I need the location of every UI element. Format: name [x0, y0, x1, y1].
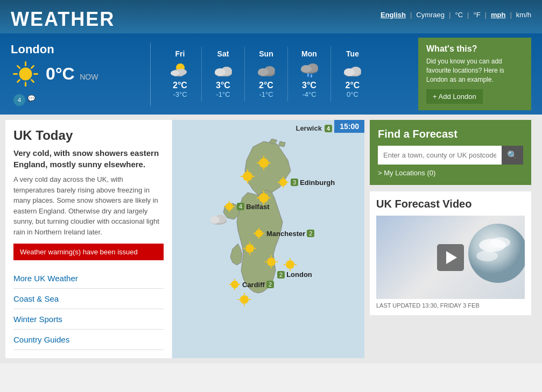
current-weather-icon	[11, 59, 40, 89]
speed-mph[interactable]: mph	[491, 11, 505, 19]
lo-temp-fri: -3°C	[173, 90, 187, 98]
svg-rect-22	[307, 73, 309, 77]
svg-line-6	[18, 80, 20, 82]
lo-temp-sun: -1°C	[259, 90, 273, 98]
lang-welsh[interactable]: Cymraeg	[416, 11, 445, 19]
day-label-mon: Mon	[301, 49, 317, 58]
coast-sea-link[interactable]: Coast & Sea	[13, 289, 164, 309]
time-display: 15:00	[334, 120, 364, 133]
forecast-icon-tue	[343, 61, 362, 78]
notification-badge[interactable]: 4	[13, 94, 25, 106]
london-label: 2 London	[277, 270, 312, 279]
forecast-day-sat[interactable]: Sat 3°C -1°C	[202, 47, 245, 101]
svg-point-62	[267, 258, 276, 266]
uk-map	[188, 136, 361, 351]
country-guides-link[interactable]: Country Guides	[13, 330, 164, 350]
svg-line-5	[32, 66, 34, 68]
svg-point-15	[215, 68, 226, 76]
forecast-search-button[interactable]: 🔍	[502, 146, 523, 165]
current-temp: 0°C	[46, 64, 75, 83]
nav-links: More UK Weather Coast & Sea Winter Sport…	[13, 268, 164, 350]
lo-temp-tue: 0°C	[347, 90, 358, 98]
forecast-day-mon[interactable]: Mon 3°C -4°C	[288, 47, 331, 101]
day-label-sun: Sun	[259, 49, 273, 58]
svg-point-72	[231, 281, 238, 288]
hi-temp-sun: 2°C	[259, 81, 273, 90]
forecast-video-title: UK Forecast Video	[376, 198, 525, 210]
now-label: NOW	[80, 73, 98, 81]
forecast-search-input[interactable]	[378, 146, 502, 165]
svg-line-4	[18, 66, 20, 68]
forecast-day-sun[interactable]: Sun 2°C -1°C	[245, 47, 288, 101]
svg-point-8	[19, 67, 32, 80]
manchester-label: Manchester 2	[253, 227, 314, 239]
temp-celsius[interactable]: °C	[455, 11, 463, 19]
svg-point-27	[279, 179, 287, 186]
forecast-day-fri[interactable]: Fri 2°C -3°C	[159, 47, 202, 101]
hi-temp-tue: 2°C	[346, 81, 360, 90]
svg-point-42	[243, 172, 252, 181]
whats-this-box: What's this? Did you know you can add fa…	[418, 38, 531, 110]
lang-english[interactable]: English	[381, 11, 406, 19]
forecast-icon-mon	[300, 61, 319, 78]
svg-point-84	[210, 216, 220, 224]
lerwick-label: Lerwick 4	[295, 124, 332, 132]
add-london-button[interactable]: + Add London	[426, 89, 483, 104]
current-location: London	[11, 42, 139, 56]
winter-sports-link[interactable]: Winter Sports	[13, 309, 164, 330]
video-caption: LAST UPDATED 13:30, FRIDAY 3 FEB	[376, 302, 525, 309]
map-sun-2	[240, 168, 256, 184]
forecast-icon-sat	[214, 61, 233, 78]
day-label-sat: Sat	[217, 49, 229, 58]
svg-point-12	[171, 70, 179, 76]
video-thumbnail[interactable]	[376, 216, 525, 299]
svg-point-52	[255, 230, 263, 237]
hi-temp-mon: 3°C	[302, 81, 316, 90]
svg-point-67	[286, 260, 294, 269]
find-forecast-box: Find a Forecast 🔍 > My Locations (0)	[370, 120, 531, 185]
forecast-icon-sun	[257, 61, 276, 78]
day-label-tue: Tue	[346, 49, 359, 58]
svg-rect-23	[311, 74, 312, 77]
map-cloud-1	[209, 211, 228, 225]
notification-icon: 💬	[27, 95, 36, 102]
map-sun-1	[256, 155, 272, 171]
forecast-day-tue[interactable]: Tue 2°C 0°C	[331, 47, 374, 101]
speed-kmh[interactable]: km/h	[516, 11, 531, 19]
forecast-days-container: Fri 2°C -3°C Sat	[151, 47, 418, 101]
svg-point-26	[344, 68, 355, 76]
page-title: WEATHER	[11, 8, 115, 31]
lo-temp-sat: -1°C	[216, 90, 230, 98]
edinburgh-label: 3 Edinburgh	[277, 176, 335, 188]
hi-temp-fri: 2°C	[173, 81, 187, 90]
cardiff-label: Cardiff 2	[229, 279, 274, 290]
map-sun-6	[283, 257, 298, 272]
svg-point-77	[240, 295, 249, 304]
whats-this-text: Did you know you can add favourite locat…	[426, 57, 523, 84]
svg-point-87	[491, 237, 510, 248]
svg-point-18	[258, 68, 269, 76]
svg-point-21	[301, 65, 312, 73]
svg-point-47	[259, 193, 269, 203]
uk-today-summary: Very cold, with snow showers eastern Eng…	[13, 147, 164, 170]
more-uk-weather-link[interactable]: More UK Weather	[13, 268, 164, 289]
my-locations-link[interactable]: > My Locations (0)	[378, 169, 523, 177]
whats-this-title: What's this?	[426, 44, 523, 54]
temp-fahrenheit[interactable]: °F	[473, 11, 480, 19]
map-sun-5	[264, 254, 279, 269]
find-forecast-title: Find a Forecast	[378, 128, 523, 140]
svg-point-32	[226, 203, 233, 210]
svg-point-57	[245, 244, 254, 253]
map-sun-4	[242, 241, 257, 256]
forecast-icon-fri	[171, 61, 190, 78]
map-sun-7	[237, 292, 252, 307]
hi-temp-sat: 3°C	[216, 81, 230, 90]
day-label-fri: Fri	[175, 49, 185, 58]
lang-separator: |	[410, 11, 412, 19]
search-row: 🔍	[378, 146, 523, 165]
uk-today-title: UK Today	[13, 128, 164, 143]
uk-today-detail: A very cold day across the UK, with temp…	[13, 174, 164, 237]
svg-point-37	[259, 158, 269, 168]
forecast-video-box: UK Forecast Video	[370, 191, 531, 315]
weather-warning-banner[interactable]: Weather warning(s) have been issued	[13, 244, 164, 260]
